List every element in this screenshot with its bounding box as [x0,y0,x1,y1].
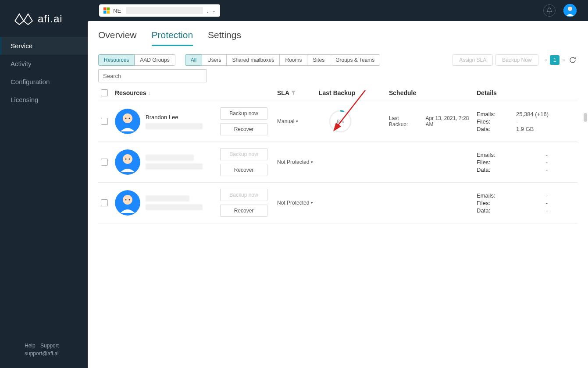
bell-icon [546,7,552,14]
svg-point-20 [129,199,130,201]
nav: Service Activity Configuration Licensing [0,37,88,109]
refresh-button[interactable] [568,55,577,65]
svg-point-8 [125,118,127,119]
sla-dropdown[interactable]: Not Protected▾ [277,159,319,165]
row-backup-now-button[interactable]: Backup now [220,107,267,120]
user-avatar[interactable] [563,4,577,17]
user-email-redacted [146,123,203,129]
tab-overview[interactable]: Overview [98,27,137,46]
filter-groups-teams[interactable]: Groups & Teams [330,54,380,66]
svg-point-15 [125,159,127,160]
refresh-icon [569,57,576,64]
sidebar-item-licensing[interactable]: Licensing [0,91,88,109]
user-avatar-icon [115,149,140,175]
data-value: 1.9 GB [516,126,577,132]
logo-icon [14,12,33,25]
svg-point-19 [125,199,127,201]
user-email-redacted [146,204,203,210]
backup-now-button[interactable]: Backup Now [495,54,538,66]
col-last-backup[interactable]: Last Backup [319,89,389,96]
data-value: - [516,166,577,173]
emails-value: - [516,192,577,199]
sidebar-item-configuration[interactable]: Configuration [0,73,88,91]
page-tabs: Overview Protection Settings [98,27,577,46]
support-email-link[interactable]: support@afi.ai [25,350,59,357]
microsoft-icon [103,7,110,14]
table-header: Resources ↓ SLA Last Backup Schedule Det… [98,85,577,101]
sort-down-icon: ↓ [148,90,151,96]
user-avatar-icon [115,190,140,216]
sidebar-footer: Help Support support@afi.ai [0,334,88,368]
filter-all[interactable]: All [185,54,202,66]
row-backup-now-button: Backup now [220,189,267,201]
subtab-resources[interactable]: Resources [98,54,135,66]
chevron-down-icon: ⌄ [212,8,216,14]
col-schedule[interactable]: Schedule [389,89,477,96]
svg-text:6%: 6% [337,119,344,124]
col-resources[interactable]: Resources ↓ [115,89,220,96]
sidebar: afi.ai Service Activity Configuration Li… [0,0,88,368]
search-input[interactable] [98,69,207,82]
filter-sites[interactable]: Sites [307,54,330,66]
schedule-label: Last Backup: [389,115,419,127]
row-recover-button[interactable]: Recover [220,205,267,217]
row-backup-now-button: Backup now [220,148,267,160]
emails-value: - [516,152,577,158]
notifications-button[interactable] [543,4,556,17]
sidebar-item-service[interactable]: Service [0,37,88,55]
backup-progress: 6% [328,110,352,133]
select-all-checkbox[interactable] [101,89,108,96]
col-details[interactable]: Details [477,89,577,96]
brand-text: afi.ai [38,13,63,25]
content-area: Overview Protection Settings Resources A… [88,21,588,368]
page-prev[interactable]: « [545,57,548,63]
topbar: NE . ⌄ [88,0,588,21]
caret-down-icon: ▾ [311,201,313,205]
svg-rect-1 [107,7,110,11]
page-next[interactable]: » [562,57,565,63]
avatar-icon [563,4,577,17]
files-value: - [516,118,577,125]
col-sla[interactable]: SLA [277,89,319,96]
svg-point-9 [129,118,130,119]
subtab-aad-groups[interactable]: AAD Groups [135,54,175,66]
user-email-redacted [146,163,203,170]
user-avatar-icon [115,109,140,134]
help-link[interactable]: Help [25,343,36,349]
tenant-dropdown[interactable]: NE . ⌄ [99,4,220,17]
row-checkbox[interactable] [101,118,108,125]
tenant-text-prefix: NE [113,7,121,14]
filter-shared-mailboxes[interactable]: Shared mailboxes [227,54,280,66]
caret-down-icon: ▾ [296,119,298,124]
emails-value: 25,384 (+16) [516,111,577,117]
tenant-text-suffix: . [207,7,208,14]
svg-point-18 [123,195,132,205]
svg-point-7 [123,113,132,123]
user-name: Brandon Lee [146,114,203,120]
svg-rect-3 [107,11,110,14]
tab-settings[interactable]: Settings [208,27,241,46]
svg-point-5 [568,7,572,11]
row-checkbox[interactable] [101,199,108,206]
scrollbar[interactable] [584,113,587,122]
sidebar-item-activity[interactable]: Activity [0,55,88,73]
filter-rooms[interactable]: Rooms [280,54,307,66]
brand-logo: afi.ai [0,0,88,37]
tab-protection[interactable]: Protection [152,27,193,46]
table-body: Brandon Lee Backup now Recover Manual▾ [98,101,577,223]
row-recover-button[interactable]: Recover [220,123,267,135]
svg-point-16 [129,159,130,160]
assign-sla-button[interactable]: Assign SLA [453,54,493,66]
page-number[interactable]: 1 [550,55,559,65]
support-link[interactable]: Support [40,343,59,349]
filter-users[interactable]: Users [202,54,227,66]
row-recover-button[interactable]: Recover [220,164,267,176]
sla-dropdown[interactable]: Manual▾ [277,118,319,124]
table-row: Backup now Recover Not Protected▾ Emails… [98,142,577,183]
files-value: - [516,200,577,206]
schedule-value: Apr 13, 2021, 7:28 AM [426,115,477,127]
svg-rect-2 [103,11,107,14]
sla-dropdown[interactable]: Not Protected▾ [277,200,319,206]
files-value: - [516,159,577,166]
row-checkbox[interactable] [101,159,108,166]
